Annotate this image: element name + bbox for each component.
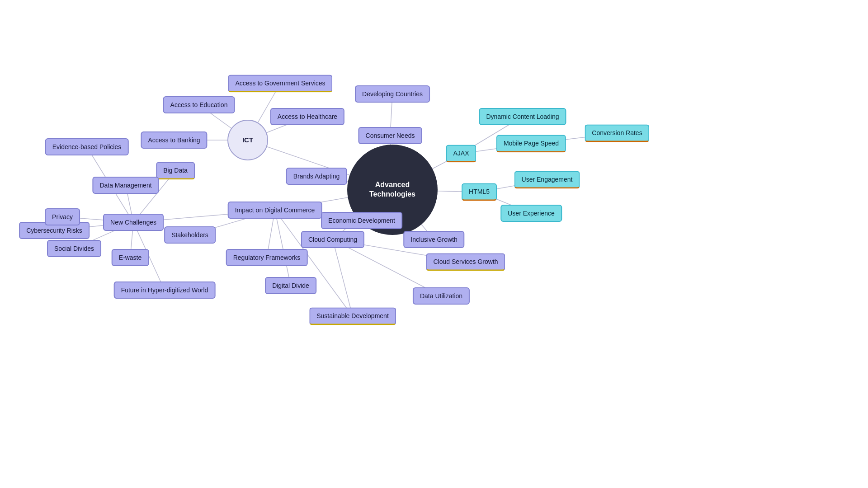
node-cloud_computing[interactable]: Cloud Computing bbox=[301, 231, 364, 248]
node-label-cloud_services: Cloud Services Growth bbox=[426, 253, 505, 271]
node-label-social_divides: Social Divides bbox=[47, 240, 101, 257]
node-label-inclusive_growth: Inclusive Growth bbox=[403, 231, 464, 248]
node-user_experience[interactable]: User Experience bbox=[500, 205, 562, 222]
node-label-access_health: Access to Healthcare bbox=[270, 108, 344, 125]
node-future_hyper[interactable]: Future in Hyper-digitized World bbox=[114, 282, 216, 299]
node-big_data[interactable]: Big Data bbox=[156, 162, 195, 179]
node-label-cloud_computing: Cloud Computing bbox=[301, 231, 364, 248]
node-label-mobile_page: Mobile Page Speed bbox=[496, 135, 566, 152]
node-brands_adapting[interactable]: Brands Adapting bbox=[286, 168, 347, 185]
node-data_management[interactable]: Data Management bbox=[92, 177, 159, 194]
node-privacy[interactable]: Privacy bbox=[45, 208, 80, 225]
node-html5[interactable]: HTML5 bbox=[462, 183, 497, 201]
node-label-economic_dev: Economic Development bbox=[321, 212, 402, 229]
node-economic_dev[interactable]: Economic Development bbox=[321, 212, 402, 229]
node-ict[interactable]: ICT bbox=[227, 120, 268, 160]
node-mobile_page[interactable]: Mobile Page Speed bbox=[496, 135, 566, 152]
node-label-privacy: Privacy bbox=[45, 208, 80, 225]
node-access_health[interactable]: Access to Healthcare bbox=[270, 108, 344, 125]
node-regulatory[interactable]: Regulatory Frameworks bbox=[226, 249, 308, 266]
node-access_edu[interactable]: Access to Education bbox=[163, 96, 235, 113]
node-e_waste[interactable]: E-waste bbox=[112, 249, 149, 266]
node-developing_countries[interactable]: Developing Countries bbox=[355, 85, 430, 103]
node-user_engagement[interactable]: User Engagement bbox=[514, 171, 580, 188]
node-label-html5: HTML5 bbox=[462, 183, 497, 201]
node-label-e_waste: E-waste bbox=[112, 249, 149, 266]
node-label-stakeholders: Stakeholders bbox=[164, 226, 216, 244]
node-label-consumer_needs: Consumer Needs bbox=[359, 127, 422, 144]
node-inclusive_growth[interactable]: Inclusive Growth bbox=[403, 231, 464, 248]
node-label-data_management: Data Management bbox=[92, 177, 159, 194]
node-label-impact_digital: Impact on Digital Commerce bbox=[228, 202, 322, 219]
node-conversion_rates[interactable]: Conversion Rates bbox=[585, 124, 649, 142]
node-digital_divide[interactable]: Digital Divide bbox=[265, 277, 316, 294]
node-label-access_gov: Access to Government Services bbox=[228, 75, 332, 92]
svg-line-29 bbox=[333, 239, 353, 316]
node-label-user_engagement: User Engagement bbox=[514, 171, 580, 188]
node-ajax[interactable]: AJAX bbox=[446, 145, 476, 162]
node-new_challenges[interactable]: New Challenges bbox=[103, 214, 164, 231]
node-evidence_policies[interactable]: Evidence-based Policies bbox=[45, 138, 129, 155]
node-dynamic_content[interactable]: Dynamic Content Loading bbox=[479, 108, 566, 125]
node-label-future_hyper: Future in Hyper-digitized World bbox=[114, 282, 216, 299]
node-label-user_experience: User Experience bbox=[500, 205, 562, 222]
svg-line-16 bbox=[275, 210, 291, 286]
mind-map: Advanced TechnologiesICTAccess to Govern… bbox=[0, 0, 868, 488]
node-label-big_data: Big Data bbox=[156, 162, 195, 179]
node-access_gov[interactable]: Access to Government Services bbox=[228, 75, 332, 92]
node-cloud_services[interactable]: Cloud Services Growth bbox=[426, 253, 505, 271]
node-data_utilization[interactable]: Data Utilization bbox=[413, 287, 470, 305]
node-label-conversion_rates: Conversion Rates bbox=[585, 124, 649, 142]
node-label-brands_adapting: Brands Adapting bbox=[286, 168, 347, 185]
node-sustainable_dev[interactable]: Sustainable Development bbox=[309, 307, 396, 325]
node-access_banking[interactable]: Access to Banking bbox=[141, 131, 207, 149]
node-label-ict: ICT bbox=[227, 120, 268, 160]
node-label-new_challenges: New Challenges bbox=[103, 214, 164, 231]
node-label-dynamic_content: Dynamic Content Loading bbox=[479, 108, 566, 125]
node-impact_digital[interactable]: Impact on Digital Commerce bbox=[228, 202, 322, 219]
node-label-evidence_policies: Evidence-based Policies bbox=[45, 138, 129, 155]
node-label-ajax: AJAX bbox=[446, 145, 476, 162]
node-consumer_needs[interactable]: Consumer Needs bbox=[359, 127, 422, 144]
node-social_divides[interactable]: Social Divides bbox=[47, 240, 101, 257]
node-label-developing_countries: Developing Countries bbox=[355, 85, 430, 103]
node-label-access_banking: Access to Banking bbox=[141, 131, 207, 149]
node-label-regulatory: Regulatory Frameworks bbox=[226, 249, 308, 266]
node-label-digital_divide: Digital Divide bbox=[265, 277, 316, 294]
node-stakeholders[interactable]: Stakeholders bbox=[164, 226, 216, 244]
node-label-access_edu: Access to Education bbox=[163, 96, 235, 113]
node-label-data_utilization: Data Utilization bbox=[413, 287, 470, 305]
node-label-sustainable_dev: Sustainable Development bbox=[309, 307, 396, 325]
